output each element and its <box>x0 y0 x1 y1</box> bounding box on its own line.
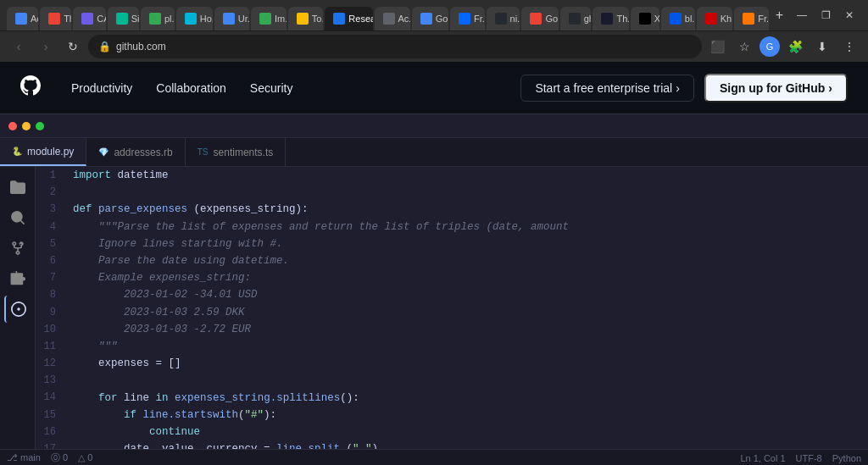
nav-item-productivity[interactable]: Productivity <box>61 75 142 102</box>
browser-tab-15[interactable]: gh <box>560 7 592 30</box>
editor-panel: 🐍 module.py 💎 addresses.rb TS sentiments… <box>0 114 868 465</box>
restore-button[interactable]: ❐ <box>814 3 837 27</box>
new-tab-button[interactable]: + <box>772 5 787 25</box>
line-code[interactable]: if line.startswith("#"): <box>70 407 868 423</box>
tab-sentiments-ts[interactable]: TS sentiments.ts <box>186 138 286 166</box>
browser-tab-19[interactable]: Kh... <box>697 7 733 30</box>
maximize-dot[interactable] <box>36 122 44 130</box>
cast-button[interactable]: ⬛ <box>705 35 729 58</box>
debug-icon[interactable] <box>4 296 31 323</box>
line-code[interactable]: """ <box>70 338 868 355</box>
favicon-icon <box>495 13 507 25</box>
branch-indicator: ⎇ main <box>7 452 41 463</box>
table-row: 14 for line in expenses_string.splitline… <box>36 389 868 406</box>
extensions-icon[interactable] <box>4 265 31 292</box>
lock-icon: 🔒 <box>98 41 111 53</box>
line-code[interactable]: Ignore lines starting with #. <box>70 235 868 252</box>
browser-tab-0[interactable]: Ac <box>7 7 38 30</box>
line-code[interactable] <box>70 372 868 389</box>
browser-tab-11[interactable]: Go... <box>412 7 448 30</box>
browser-tab-18[interactable]: bl... <box>661 7 695 30</box>
menu-button[interactable]: ⋮ <box>837 35 861 58</box>
favicon-icon <box>383 13 395 25</box>
minimize-dot[interactable] <box>22 122 31 130</box>
line-code[interactable]: """Parse the list of expenses and return… <box>70 219 868 235</box>
line-code[interactable]: 2023-01-03 -2.72 EUR <box>70 321 868 338</box>
bookmark-button[interactable]: ☆ <box>732 35 756 58</box>
line-code[interactable]: continue <box>70 423 868 440</box>
tab-label: Go... <box>545 14 558 24</box>
browser-tab-3[interactable]: Sit <box>108 7 139 30</box>
profile-button[interactable]: G <box>760 36 780 57</box>
nav-item-security[interactable]: Security <box>240 75 303 102</box>
line-number: 11 <box>36 338 70 355</box>
browser-tab-1[interactable]: Th <box>40 7 71 30</box>
back-button[interactable]: ‹ <box>7 35 31 58</box>
github-logo[interactable] <box>20 75 41 100</box>
extensions-button[interactable]: 🧩 <box>783 35 807 58</box>
browser-tab-6[interactable]: Ur... <box>214 7 249 30</box>
browser-tab-13[interactable]: ni... <box>487 7 520 30</box>
minimize-button[interactable]: — <box>790 3 814 27</box>
browser-tab-9[interactable]: Research <box>325 7 372 30</box>
favicon-icon <box>459 13 470 25</box>
favicon-icon <box>259 13 271 25</box>
line-code[interactable]: 2023-01-03 2.59 DKK <box>70 304 868 321</box>
favicon-icon <box>705 13 717 25</box>
editor-titlebar <box>0 114 868 138</box>
code-editor[interactable]: 1import datetime2 3def parse_expenses (e… <box>36 167 868 449</box>
favicon-icon <box>223 13 235 25</box>
line-code[interactable]: Example expenses_string: <box>70 269 868 286</box>
typescript-file-icon: TS <box>198 147 209 157</box>
source-control-icon[interactable] <box>4 235 31 262</box>
line-number: 17 <box>36 440 70 449</box>
browser-tab-17[interactable]: X <box>631 7 659 30</box>
line-code[interactable]: Parse the date using datetime. <box>70 252 868 269</box>
line-code[interactable]: 2023-01-02 -34.01 USD <box>70 286 868 303</box>
tab-module-py[interactable]: 🐍 module.py <box>0 138 86 166</box>
tab-label: Fr... <box>758 14 769 24</box>
browser-tab-8[interactable]: To... <box>288 7 324 30</box>
tab-label: To... <box>312 14 324 24</box>
line-number: 2 <box>36 184 70 201</box>
tab-label: pl... <box>164 14 175 24</box>
browser-tab-10[interactable]: Ac... <box>375 7 410 30</box>
line-code[interactable]: date, value, currency = line.split (" ") <box>70 440 868 449</box>
table-row: 10 2023-01-03 -2.72 EUR <box>36 321 868 338</box>
line-number: 7 <box>36 269 70 286</box>
table-row: 4 """Parse the list of expenses and retu… <box>36 219 868 235</box>
signup-button[interactable]: Sign up for GitHub › <box>704 74 848 102</box>
signup-arrow-icon: › <box>828 81 832 95</box>
browser-tab-14[interactable]: Go... <box>521 7 558 30</box>
line-code[interactable]: def parse_expenses (expenses_string): <box>70 201 868 218</box>
files-icon[interactable] <box>4 174 31 201</box>
reload-button[interactable]: ↻ <box>61 35 85 58</box>
line-code[interactable]: import datetime <box>70 167 868 184</box>
close-dot[interactable] <box>8 122 17 130</box>
browser-tab-5[interactable]: Ho... <box>176 7 213 30</box>
forward-button[interactable]: › <box>34 35 58 58</box>
close-button[interactable]: ✕ <box>837 3 861 27</box>
url-display: github.com <box>116 41 692 53</box>
browser-tab-20[interactable]: Fr... <box>734 7 769 30</box>
download-button[interactable]: ⬇ <box>810 35 834 58</box>
enterprise-trial-button[interactable]: Start a free enterprise trial › <box>520 75 694 102</box>
enterprise-arrow-icon: › <box>676 81 680 95</box>
search-icon[interactable] <box>4 204 31 231</box>
browser-tab-12[interactable]: Fr... <box>450 7 485 30</box>
browser-tab-2[interactable]: CA <box>73 7 106 30</box>
browser-tab-4[interactable]: pl... <box>141 7 175 30</box>
tab-addresses-rb[interactable]: 💎 addresses.rb <box>86 138 185 166</box>
line-code[interactable] <box>70 184 868 201</box>
line-code[interactable]: for line in expenses_string.splitlines()… <box>70 389 868 406</box>
line-code[interactable]: expenses = [] <box>70 355 868 372</box>
table-row: 11 """ <box>36 338 868 355</box>
browser-tab-16[interactable]: Th... <box>593 7 628 30</box>
nav-items: Productivity Collaboration Security <box>61 75 520 102</box>
favicon-icon <box>185 13 197 25</box>
table-row: 8 2023-01-02 -34.01 USD <box>36 286 868 303</box>
nav-item-collaboration[interactable]: Collaboration <box>146 75 236 102</box>
browser-tab-7[interactable]: Im... <box>251 7 287 30</box>
address-bar[interactable]: 🔒 github.com <box>88 35 702 58</box>
favicon-icon <box>420 13 432 25</box>
